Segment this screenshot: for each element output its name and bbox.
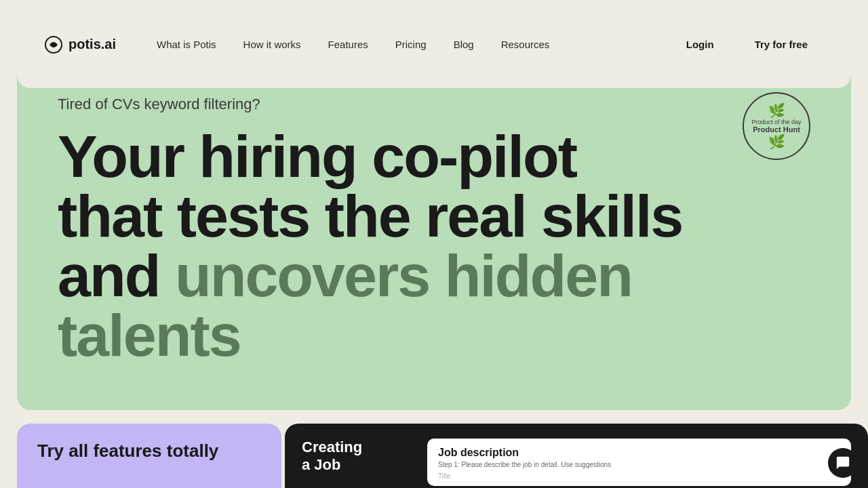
hero-subtitle: Tired of CVs keyword filtering? xyxy=(58,96,810,113)
purple-card: Try all features totally xyxy=(17,424,281,488)
try-free-button[interactable]: Try for free xyxy=(738,32,824,57)
hero-line1: Your hiring co-pilot xyxy=(58,123,576,190)
hero-line2: that tests the real skills xyxy=(58,182,682,249)
hero-line3-plain: and xyxy=(58,242,175,309)
nav-pricing[interactable]: Pricing xyxy=(395,39,427,50)
main-green-card: potis.ai What is Potis How it works Feat… xyxy=(17,17,851,410)
login-button[interactable]: Login xyxy=(675,33,725,56)
hero-title: Your hiring co-pilot that tests the real… xyxy=(58,127,810,365)
navbar: potis.ai What is Potis How it works Feat… xyxy=(17,17,851,72)
dark-card: Creating a Job Job description Step 1: P… xyxy=(285,424,868,488)
logo[interactable]: potis.ai xyxy=(44,35,116,54)
nav-resources[interactable]: Resources xyxy=(501,39,550,50)
chat-icon xyxy=(835,455,850,470)
badge-text-top: Product of the day xyxy=(751,119,801,125)
job-panel-field: Title xyxy=(438,472,840,483)
logo-text: potis.ai xyxy=(68,37,116,52)
purple-card-title: Try all features totally xyxy=(37,441,261,462)
hero-area: Tired of CVs keyword filtering? Your hir… xyxy=(17,72,851,365)
job-panel-title: Job description xyxy=(438,447,840,459)
nav-what-is-potis[interactable]: What is Potis xyxy=(157,39,216,50)
dark-card-subtitle-line2: a Job xyxy=(302,456,410,474)
badge-laurel-left: 🌿 xyxy=(768,102,785,119)
logo-icon xyxy=(44,35,63,54)
product-hunt-badge: 🌿 Product of the day Product Hunt 🌿 xyxy=(743,92,810,160)
nav-right: Login Try for free xyxy=(675,32,824,57)
badge-text-main: Product Hunt xyxy=(753,125,800,134)
badge-laurel-right: 🌿 xyxy=(768,134,785,150)
nav-how-it-works[interactable]: How it works xyxy=(243,39,301,50)
nav-features[interactable]: Features xyxy=(328,39,368,50)
bottom-cards: Try all features totally Creating a Job … xyxy=(17,424,868,488)
dark-card-text: Creating a Job xyxy=(302,439,410,474)
chat-bubble[interactable] xyxy=(828,448,858,478)
nav-links: What is Potis How it works Features Pric… xyxy=(157,39,675,50)
job-panel-step: Step 1: Please describe the job in detai… xyxy=(438,461,840,468)
badge-circle: 🌿 Product of the day Product Hunt 🌿 xyxy=(743,92,810,160)
job-description-panel: Job description Step 1: Please describe … xyxy=(427,439,851,486)
nav-blog[interactable]: Blog xyxy=(454,39,474,50)
dark-card-subtitle-line1: Creating xyxy=(302,439,410,456)
page-wrapper: potis.ai What is Potis How it works Feat… xyxy=(0,0,868,488)
